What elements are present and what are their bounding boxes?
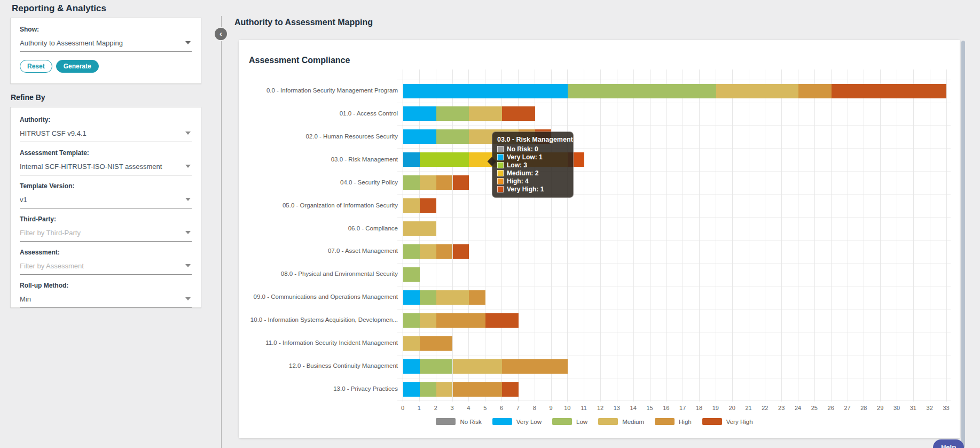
bar-segment[interactable]	[420, 244, 436, 259]
bar-segment[interactable]	[453, 382, 503, 397]
refine-field: Assessment:Filter by Assessment	[20, 249, 192, 275]
bar-segment[interactable]	[403, 106, 436, 121]
bar-segment[interactable]	[420, 359, 453, 374]
bar-segment[interactable]	[420, 382, 436, 397]
show-dropdown-value: Authority to Assessment Mapping	[20, 39, 182, 47]
x-tick-label: 30	[889, 405, 905, 411]
bar-segment[interactable]	[436, 382, 453, 397]
bar-segment[interactable]	[403, 382, 420, 397]
bar-segment[interactable]	[502, 359, 568, 374]
vertical-scrollbar[interactable]	[961, 41, 965, 448]
caret-down-icon[interactable]	[185, 231, 191, 234]
bar-segment[interactable]	[436, 313, 486, 328]
x-tick-label: 6	[493, 405, 509, 411]
bar-segment[interactable]	[420, 290, 436, 305]
bar-segment[interactable]	[453, 359, 503, 374]
help-button[interactable]: Help	[933, 439, 964, 448]
bar-segment[interactable]	[420, 313, 436, 328]
legend-label: Low	[576, 419, 587, 425]
bar-segment[interactable]	[403, 198, 420, 213]
bar-segment[interactable]	[403, 129, 436, 144]
caret-down-icon[interactable]	[185, 297, 191, 300]
bar-segment[interactable]	[403, 267, 420, 282]
bar-segment[interactable]	[798, 84, 832, 98]
caret-down-icon[interactable]	[185, 198, 191, 201]
bar-segment[interactable]	[420, 152, 469, 167]
x-gridline	[551, 69, 552, 401]
bar-segment[interactable]	[436, 106, 469, 121]
legend-item[interactable]: Medium	[598, 418, 644, 425]
legend-item[interactable]: No Risk	[436, 418, 481, 425]
bar-segment[interactable]	[453, 175, 469, 190]
x-tick-label: 24	[790, 405, 806, 411]
caret-down-icon[interactable]	[185, 264, 191, 267]
tooltip-swatch	[497, 154, 504, 160]
bar-segment[interactable]	[420, 175, 436, 190]
bar-segment[interactable]	[403, 359, 420, 374]
bar-segment[interactable]	[403, 290, 420, 305]
x-tick-label: 5	[477, 405, 493, 411]
x-gridline	[864, 69, 864, 401]
legend-item[interactable]: Very Low	[492, 418, 542, 425]
refine-field-value: v1	[20, 196, 182, 204]
bar-segment[interactable]	[436, 129, 469, 144]
show-dropdown[interactable]: Authority to Assessment Mapping	[20, 33, 192, 52]
bar-segment[interactable]	[420, 336, 453, 351]
bar-segment[interactable]	[403, 244, 420, 259]
caret-down-icon[interactable]	[185, 165, 191, 168]
x-gridline	[913, 69, 914, 401]
bar-segment[interactable]	[436, 244, 453, 259]
bar-segment[interactable]	[403, 336, 420, 351]
x-gridline	[814, 69, 815, 401]
bar-segment[interactable]	[832, 84, 947, 98]
bar-segment[interactable]	[403, 84, 568, 98]
category-gridline	[397, 240, 951, 241]
legend-item[interactable]: Very High	[702, 418, 753, 425]
collapse-sidebar-button[interactable]: ‹	[214, 27, 228, 41]
x-gridline	[749, 69, 749, 401]
category-label: 07.0 - Asset Management	[244, 248, 398, 254]
refine-field-label: Roll-up Method:	[20, 282, 192, 289]
refine-field-dropdown[interactable]: Filter by Third-Party	[20, 223, 192, 242]
x-tick-label: 16	[658, 405, 674, 411]
x-tick-label: 22	[757, 405, 773, 411]
legend-item[interactable]: Low	[552, 418, 587, 425]
x-gridline	[600, 69, 601, 401]
caret-down-icon[interactable]	[185, 41, 191, 44]
bar-segment[interactable]	[420, 198, 436, 213]
legend-item[interactable]: High	[655, 418, 692, 425]
refine-field-dropdown[interactable]: HITRUST CSF v9.4.1	[20, 123, 192, 142]
category-label: 04.0 - Security Policy	[244, 179, 398, 186]
x-tick-label: 28	[856, 405, 872, 411]
bar-segment[interactable]	[403, 313, 420, 328]
bar-segment[interactable]	[502, 106, 535, 121]
legend-swatch	[598, 418, 618, 425]
refine-field-dropdown[interactable]: Internal SCF-HITRUST-ISO-NIST assessment	[20, 157, 192, 175]
bar-segment[interactable]	[436, 290, 469, 305]
bar-segment[interactable]	[568, 84, 716, 98]
x-gridline	[716, 69, 716, 401]
bar-segment[interactable]	[502, 382, 519, 397]
refine-field-dropdown[interactable]: Min	[20, 289, 192, 308]
generate-button[interactable]: Generate	[56, 60, 99, 73]
tooltip-swatch	[497, 170, 504, 176]
caret-down-icon[interactable]	[185, 132, 191, 135]
bar-segment[interactable]	[453, 244, 469, 259]
x-gridline	[946, 69, 947, 401]
bar-segment[interactable]	[469, 290, 485, 305]
bar-segment[interactable]	[436, 175, 453, 190]
bar-segment[interactable]	[485, 313, 519, 328]
bar-segment[interactable]	[716, 84, 798, 98]
bar-segment[interactable]	[403, 221, 436, 236]
bar-segment[interactable]	[403, 175, 420, 190]
tooltip-title: 03.0 - Risk Management	[497, 136, 568, 143]
x-tick-label: 21	[741, 405, 757, 411]
x-tick-label: 29	[872, 405, 888, 411]
show-card-buttons: Reset Generate	[20, 60, 192, 73]
bar-segment[interactable]	[403, 152, 420, 167]
bar-segment[interactable]	[469, 106, 502, 121]
refine-field-dropdown[interactable]: v1	[20, 190, 192, 208]
refine-field-dropdown[interactable]: Filter by Assessment	[20, 256, 192, 275]
reset-button[interactable]: Reset	[20, 60, 52, 73]
x-tick-label: 10	[559, 405, 575, 411]
